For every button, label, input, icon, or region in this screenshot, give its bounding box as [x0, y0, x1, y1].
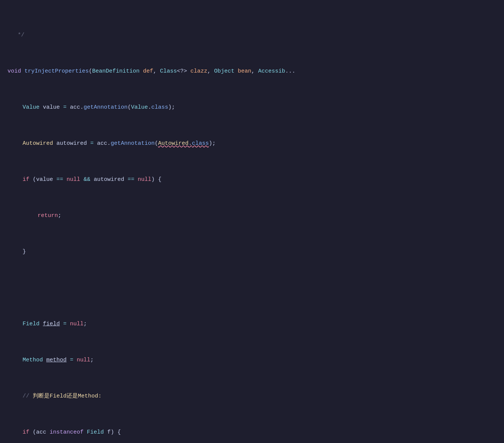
line-close-brace-1: }	[0, 247, 504, 256]
line-autowired-decl: Autowired autowired = acc.getAnnotation(…	[0, 139, 504, 148]
line-blank-1	[0, 284, 504, 293]
line-value-decl: Value value = acc.getAnnotation(Value.cl…	[0, 103, 504, 112]
line-return: return;	[0, 211, 504, 220]
line-field-decl: Field field = null;	[0, 320, 504, 329]
line-if-null-check: if (value == null && autowired == null) …	[0, 175, 504, 184]
line-if-field-check: if (acc instanceof Field f) {	[0, 428, 504, 437]
line-comment-判断: // 判断是Field还是Method:	[0, 392, 504, 401]
line-method-decl: Method method = null;	[0, 356, 504, 365]
line-comment-close: */	[0, 31, 504, 40]
line-method-signature: void tryInjectProperties(BeanDefinition …	[0, 67, 504, 76]
code-editor: */ void tryInjectProperties(BeanDefiniti…	[0, 0, 504, 443]
